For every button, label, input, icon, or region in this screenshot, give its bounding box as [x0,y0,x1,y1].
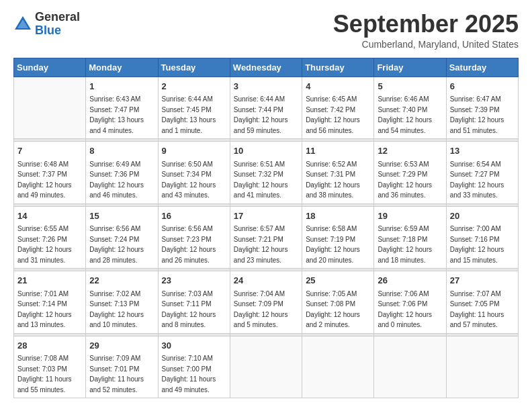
cell-info: Sunrise: 6:49 AM Sunset: 7:36 PM Dayligh… [89,159,154,201]
logo-blue-text: Blue [35,24,61,37]
logo-icon [13,15,32,34]
calendar-cell: 11Sunrise: 6:52 AM Sunset: 7:31 PM Dayli… [302,142,374,204]
calendar-cell: 21Sunrise: 7:01 AM Sunset: 7:14 PM Dayli… [14,271,86,334]
calendar-cell: 15Sunrise: 6:56 AM Sunset: 7:24 PM Dayli… [86,206,158,269]
day-number: 30 [162,339,226,353]
calendar-cell: 20Sunrise: 7:00 AM Sunset: 7:16 PM Dayli… [446,206,518,269]
calendar-week-row: 21Sunrise: 7:01 AM Sunset: 7:14 PM Dayli… [14,271,519,334]
calendar-table: SundayMondayTuesdayWednesdayThursdayFrid… [13,58,519,399]
calendar-week-row: 7Sunrise: 6:48 AM Sunset: 7:37 PM Daylig… [14,142,519,204]
day-number: 12 [378,144,442,158]
day-number: 24 [234,274,298,287]
calendar-cell: 30Sunrise: 7:10 AM Sunset: 7:00 PM Dayli… [158,336,230,398]
calendar-week-row: 14Sunrise: 6:55 AM Sunset: 7:26 PM Dayli… [14,206,519,269]
day-number: 1 [89,80,154,93]
calendar-cell: 24Sunrise: 7:04 AM Sunset: 7:09 PM Dayli… [230,271,302,334]
day-number: 15 [89,210,154,223]
calendar-cell [374,336,446,398]
day-number: 16 [162,210,226,223]
cell-info: Sunrise: 6:57 AM Sunset: 7:21 PM Dayligh… [234,224,298,265]
cell-info: Sunrise: 6:44 AM Sunset: 7:45 PM Dayligh… [162,94,226,136]
calendar-cell: 10Sunrise: 6:51 AM Sunset: 7:32 PM Dayli… [230,142,302,204]
logo: General Blue [13,11,80,38]
calendar-cell: 25Sunrise: 7:05 AM Sunset: 7:08 PM Dayli… [302,271,374,334]
cell-info: Sunrise: 7:08 AM Sunset: 7:03 PM Dayligh… [17,353,82,395]
day-number: 18 [306,210,370,223]
cell-info: Sunrise: 6:53 AM Sunset: 7:29 PM Dayligh… [378,159,442,201]
day-number: 3 [234,80,298,93]
weekday-header: Thursday [302,58,374,77]
cell-info: Sunrise: 6:51 AM Sunset: 7:32 PM Dayligh… [234,159,298,201]
calendar-cell [302,336,374,398]
day-number: 25 [306,274,370,287]
calendar-cell: 26Sunrise: 7:06 AM Sunset: 7:06 PM Dayli… [374,271,446,334]
calendar-cell: 17Sunrise: 6:57 AM Sunset: 7:21 PM Dayli… [230,206,302,269]
day-number: 17 [234,210,298,223]
cell-info: Sunrise: 6:48 AM Sunset: 7:37 PM Dayligh… [17,159,82,201]
calendar-cell: 1Sunrise: 6:43 AM Sunset: 7:47 PM Daylig… [86,77,158,139]
cell-info: Sunrise: 7:01 AM Sunset: 7:14 PM Dayligh… [17,289,82,330]
calendar-cell: 8Sunrise: 6:49 AM Sunset: 7:36 PM Daylig… [86,142,158,204]
day-number: 22 [89,274,154,287]
cell-info: Sunrise: 7:09 AM Sunset: 7:01 PM Dayligh… [89,353,154,395]
calendar-cell: 3Sunrise: 6:44 AM Sunset: 7:44 PM Daylig… [230,77,302,139]
weekday-header: Friday [374,58,446,77]
calendar-cell [14,77,86,139]
day-number: 9 [162,144,226,158]
calendar-cell: 2Sunrise: 6:44 AM Sunset: 7:45 PM Daylig… [158,77,230,139]
calendar-cell: 22Sunrise: 7:02 AM Sunset: 7:13 PM Dayli… [86,271,158,334]
day-number: 8 [89,144,154,158]
weekday-header: Tuesday [158,58,230,77]
day-number: 28 [17,339,82,353]
day-number: 10 [234,144,298,158]
cell-info: Sunrise: 6:54 AM Sunset: 7:27 PM Dayligh… [450,159,515,201]
location-subtitle: Cumberland, Maryland, United States [333,39,519,50]
cell-info: Sunrise: 6:50 AM Sunset: 7:34 PM Dayligh… [162,159,226,201]
cell-info: Sunrise: 7:00 AM Sunset: 7:16 PM Dayligh… [450,224,515,265]
weekday-header-row: SundayMondayTuesdayWednesdayThursdayFrid… [14,58,519,77]
calendar-cell: 5Sunrise: 6:46 AM Sunset: 7:40 PM Daylig… [374,77,446,139]
cell-info: Sunrise: 6:44 AM Sunset: 7:44 PM Dayligh… [234,94,298,136]
calendar-cell: 4Sunrise: 6:45 AM Sunset: 7:42 PM Daylig… [302,77,374,139]
logo-general-text: General [35,10,80,24]
cell-info: Sunrise: 6:58 AM Sunset: 7:19 PM Dayligh… [306,224,370,265]
day-number: 13 [450,144,515,158]
weekday-header: Saturday [446,58,518,77]
cell-info: Sunrise: 7:02 AM Sunset: 7:13 PM Dayligh… [89,289,154,330]
cell-info: Sunrise: 6:59 AM Sunset: 7:18 PM Dayligh… [378,224,442,265]
day-number: 6 [450,80,515,93]
cell-info: Sunrise: 7:10 AM Sunset: 7:00 PM Dayligh… [162,353,226,395]
cell-info: Sunrise: 6:55 AM Sunset: 7:26 PM Dayligh… [17,224,82,265]
calendar-cell: 28Sunrise: 7:08 AM Sunset: 7:03 PM Dayli… [14,336,86,398]
day-number: 7 [17,144,82,158]
calendar-week-row: 1Sunrise: 6:43 AM Sunset: 7:47 PM Daylig… [14,77,519,139]
calendar-cell: 7Sunrise: 6:48 AM Sunset: 7:37 PM Daylig… [14,142,86,204]
cell-info: Sunrise: 6:56 AM Sunset: 7:24 PM Dayligh… [89,224,154,265]
cell-info: Sunrise: 6:56 AM Sunset: 7:23 PM Dayligh… [162,224,226,265]
weekday-header: Monday [86,58,158,77]
day-number: 26 [378,274,442,287]
weekday-header: Wednesday [230,58,302,77]
calendar-cell: 16Sunrise: 6:56 AM Sunset: 7:23 PM Dayli… [158,206,230,269]
day-number: 14 [17,210,82,223]
calendar-cell: 19Sunrise: 6:59 AM Sunset: 7:18 PM Dayli… [374,206,446,269]
cell-info: Sunrise: 7:04 AM Sunset: 7:09 PM Dayligh… [234,289,298,330]
calendar-cell [446,336,518,398]
day-number: 5 [378,80,442,93]
calendar-cell: 27Sunrise: 7:07 AM Sunset: 7:05 PM Dayli… [446,271,518,334]
cell-info: Sunrise: 7:07 AM Sunset: 7:05 PM Dayligh… [450,289,515,330]
calendar-cell: 18Sunrise: 6:58 AM Sunset: 7:19 PM Dayli… [302,206,374,269]
day-number: 27 [450,274,515,287]
day-number: 29 [89,339,154,353]
day-number: 21 [17,274,82,287]
calendar-cell: 13Sunrise: 6:54 AM Sunset: 7:27 PM Dayli… [446,142,518,204]
calendar-cell [230,336,302,398]
cell-info: Sunrise: 7:03 AM Sunset: 7:11 PM Dayligh… [162,289,226,330]
calendar-cell: 6Sunrise: 6:47 AM Sunset: 7:39 PM Daylig… [446,77,518,139]
calendar-cell: 23Sunrise: 7:03 AM Sunset: 7:11 PM Dayli… [158,271,230,334]
day-number: 20 [450,210,515,223]
cell-info: Sunrise: 6:45 AM Sunset: 7:42 PM Dayligh… [306,94,370,136]
cell-info: Sunrise: 7:05 AM Sunset: 7:08 PM Dayligh… [306,289,370,330]
title-block: September 2025 Cumberland, Maryland, Uni… [333,11,519,50]
weekday-header: Sunday [14,58,86,77]
